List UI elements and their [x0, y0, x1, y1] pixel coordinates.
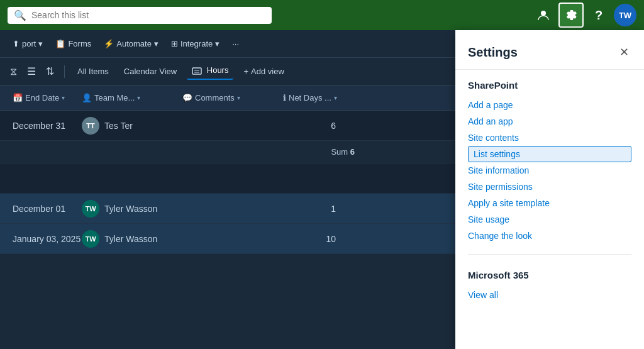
settings-title: Settings [468, 45, 518, 60]
site-usage-link[interactable]: Site usage [468, 211, 631, 228]
team-member-name: Tes Ter [104, 121, 133, 131]
view-hours[interactable]: Hours [187, 63, 233, 80]
cell-netdays: 10 [278, 234, 341, 244]
sort-arrow: ▾ [62, 94, 65, 101]
close-button[interactable]: ✕ [617, 43, 631, 62]
settings-panel: Settings ✕ SharePoint Add a page Add an … [455, 30, 644, 349]
add-view-button[interactable]: + Add view [238, 64, 289, 79]
avatar-label: TW [619, 11, 631, 20]
sort-icon[interactable]: ⇅ [43, 63, 57, 80]
automate-icon: ⚡ [104, 39, 114, 48]
avatar-circle: TW [82, 200, 99, 218]
apply-site-template-link[interactable]: Apply a site template [468, 195, 631, 211]
export-icon: ⬆ [13, 39, 19, 48]
sharepoint-section: SharePoint Add a page Add an app Site co… [455, 70, 644, 249]
microsoft365-section: Microsoft 365 View all [455, 260, 644, 308]
avatar-circle: TW [82, 230, 99, 248]
calendar-icon: 📅 [13, 93, 23, 102]
avatar-circle: TT [82, 117, 99, 135]
sharepoint-heading: SharePoint [468, 80, 631, 91]
person-icon-btn[interactable] [531, 3, 556, 28]
col-header-comments[interactable]: 💬 Comments ▾ [177, 93, 278, 102]
svg-point-0 [541, 11, 546, 16]
microsoft365-heading: Microsoft 365 [468, 270, 631, 280]
dropdown-arrow: ▾ [215, 39, 219, 48]
team-member-name: Tyler Wasson [104, 204, 157, 214]
view-all-items[interactable]: All Items [72, 64, 114, 79]
cell-date: January 03, 2025 [8, 234, 77, 244]
sort-arrow: ▾ [237, 94, 240, 101]
forms-icon: 📋 [55, 39, 65, 48]
view-calendar[interactable]: Calendar View [119, 64, 182, 79]
search-icon: 🔍 [14, 9, 26, 21]
add-app-link[interactable]: Add an app [468, 113, 631, 130]
team-member-name: Tyler Wasson [104, 234, 157, 244]
site-permissions-link[interactable]: Site permissions [468, 179, 631, 195]
integrate-button[interactable]: ⊞ Integrate ▾ [166, 36, 225, 51]
sum-cell: Sum 6 [278, 147, 360, 157]
cell-date: December 31 [8, 121, 77, 131]
view-all-link[interactable]: View all [468, 287, 631, 303]
change-the-look-link[interactable]: Change the look [468, 228, 631, 244]
list-settings-link[interactable]: List settings [468, 146, 631, 162]
col-header-netdays[interactable]: ℹ Net Days ... ▾ [278, 93, 360, 102]
gear-icon-btn[interactable] [558, 3, 584, 28]
cell-team: TW Tyler Wasson [77, 200, 177, 218]
question-mark: ? [595, 8, 602, 23]
plus-icon: + [243, 67, 248, 76]
add-page-link[interactable]: Add a page [468, 97, 631, 113]
cell-team: TW Tyler Wasson [77, 230, 177, 248]
person-icon: 👤 [82, 93, 92, 102]
group-icon[interactable]: ☰ [25, 63, 38, 80]
sort-arrow: ▾ [334, 94, 337, 101]
sort-arrow: ▾ [137, 94, 140, 101]
top-bar-right: ? TW [531, 3, 636, 28]
export-button[interactable]: ⬆ port ▾ [8, 36, 48, 51]
avatar[interactable]: TW [614, 4, 636, 26]
more-icon: ··· [232, 39, 239, 48]
integrate-icon: ⊞ [171, 39, 178, 48]
view-separator [64, 65, 65, 78]
col-header-enddate[interactable]: 📅 End Date ▾ [8, 93, 77, 102]
settings-header: Settings ✕ [455, 30, 644, 70]
cell-date: December 01 [8, 204, 77, 214]
sum-label: Sum [331, 147, 350, 157]
dropdown-arrow: ▾ [154, 39, 158, 48]
top-bar: 🔍 ? TW [0, 0, 644, 30]
cell-netdays: 1 [278, 204, 341, 214]
info-icon: ℹ [283, 93, 286, 102]
comments-icon: 💬 [182, 93, 192, 102]
filter-icon[interactable]: ⧖ [8, 64, 19, 80]
search-input[interactable] [31, 10, 265, 20]
sum-value: 6 [350, 147, 355, 157]
dropdown-arrow: ▾ [38, 39, 43, 48]
cell-team: TT Tes Ter [77, 117, 177, 135]
more-button[interactable]: ··· [227, 36, 244, 51]
site-information-link[interactable]: Site information [468, 162, 631, 179]
help-icon-btn[interactable]: ? [586, 3, 611, 28]
cell-netdays: 6 [278, 121, 341, 131]
svg-rect-1 [192, 68, 201, 74]
automate-button[interactable]: ⚡ Automate ▾ [99, 36, 164, 51]
search-box[interactable]: 🔍 [8, 7, 272, 24]
forms-button[interactable]: 📋 Forms [50, 36, 96, 51]
section-divider [468, 254, 631, 255]
site-contents-link[interactable]: Site contents [468, 130, 631, 146]
col-header-team[interactable]: 👤 Team Me... ▾ [77, 93, 177, 102]
